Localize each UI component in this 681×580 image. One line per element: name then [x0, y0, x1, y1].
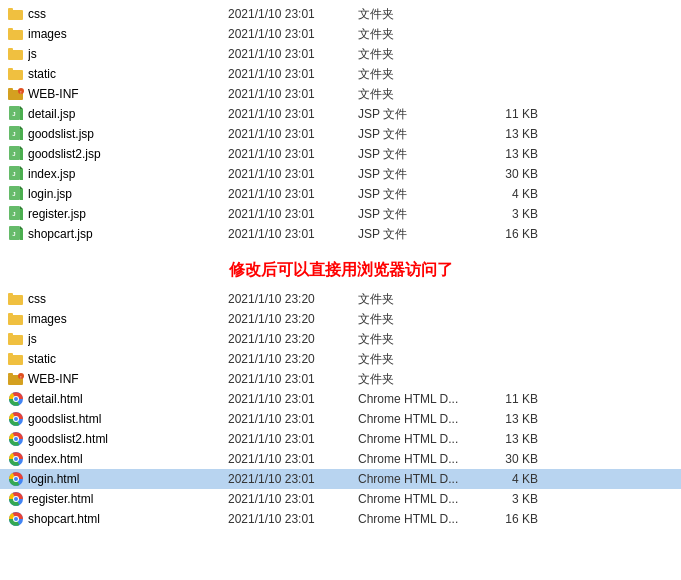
svg-rect-22 [20, 129, 23, 140]
file-name: goodslist2.html [28, 432, 228, 446]
file-row[interactable]: index.html2021/1/10 23:01Chrome HTML D..… [0, 449, 681, 469]
file-row[interactable]: goodslist2.html2021/1/10 23:01Chrome HTM… [0, 429, 681, 449]
file-date: 2021/1/10 23:01 [228, 452, 358, 466]
file-row[interactable]: js2021/1/10 23:20文件夹 [0, 329, 681, 349]
file-type: Chrome HTML D... [358, 392, 478, 406]
file-name: static [28, 67, 228, 81]
chrome-file-icon [8, 431, 24, 447]
svg-text:J: J [12, 171, 15, 177]
file-type: JSP 文件 [358, 186, 478, 203]
file-date: 2021/1/10 23:20 [228, 312, 358, 326]
webinf-folder-icon: ! [8, 86, 24, 102]
file-name: css [28, 7, 228, 21]
folder-icon [8, 6, 24, 22]
file-name: WEB-INF [28, 87, 228, 101]
file-row[interactable]: J detail.jsp2021/1/10 23:01JSP 文件11 KB [0, 104, 681, 124]
svg-rect-18 [20, 109, 23, 120]
file-date: 2021/1/10 23:01 [228, 27, 358, 41]
file-type: JSP 文件 [358, 146, 478, 163]
jsp-file-icon: J [8, 206, 24, 222]
file-row[interactable]: J shopcart.jsp2021/1/10 23:01JSP 文件16 KB [0, 224, 681, 244]
svg-rect-5 [8, 28, 13, 31]
file-row[interactable]: J index.jsp2021/1/10 23:01JSP 文件30 KB [0, 164, 681, 184]
file-date: 2021/1/10 23:01 [228, 107, 358, 121]
svg-rect-11 [8, 68, 13, 71]
jsp-file-icon: J [8, 126, 24, 142]
file-row[interactable]: J goodslist2.jsp2021/1/10 23:01JSP 文件13 … [0, 144, 681, 164]
file-row[interactable]: J goodslist.jsp2021/1/10 23:01JSP 文件13 K… [0, 124, 681, 144]
file-name: js [28, 332, 228, 346]
jsp-file-icon: J [8, 106, 24, 122]
file-row[interactable]: shopcart.html2021/1/10 23:01Chrome HTML … [0, 509, 681, 529]
folder-icon [8, 311, 24, 327]
file-date: 2021/1/10 23:01 [228, 187, 358, 201]
chrome-file-icon [8, 511, 24, 527]
folder-icon [8, 331, 24, 347]
file-size: 13 KB [478, 412, 538, 426]
file-type: 文件夹 [358, 331, 478, 348]
file-type: Chrome HTML D... [358, 432, 478, 446]
file-type: Chrome HTML D... [358, 512, 478, 526]
file-name: goodslist.jsp [28, 127, 228, 141]
file-size: 30 KB [478, 452, 538, 466]
svg-marker-33 [20, 186, 23, 189]
svg-text:!: ! [20, 90, 21, 95]
file-name: images [28, 27, 228, 41]
file-row[interactable]: J login.jsp2021/1/10 23:01JSP 文件4 KB [0, 184, 681, 204]
svg-text:!: ! [20, 375, 21, 380]
file-name: WEB-INF [28, 372, 228, 386]
file-row[interactable]: static2021/1/10 23:01文件夹 [0, 64, 681, 84]
file-name: js [28, 47, 228, 61]
svg-point-77 [14, 497, 18, 501]
file-row[interactable]: images2021/1/10 23:20文件夹 [0, 309, 681, 329]
file-type: 文件夹 [358, 46, 478, 63]
svg-rect-42 [20, 229, 23, 240]
file-row[interactable]: images2021/1/10 23:01文件夹 [0, 24, 681, 44]
chrome-file-icon [8, 491, 24, 507]
file-date: 2021/1/10 23:01 [228, 492, 358, 506]
file-name: index.jsp [28, 167, 228, 181]
file-name: shopcart.html [28, 512, 228, 526]
file-size: 3 KB [478, 492, 538, 506]
file-row[interactable]: css2021/1/10 23:01文件夹 [0, 4, 681, 24]
svg-marker-29 [20, 166, 23, 169]
file-row[interactable]: goodslist.html2021/1/10 23:01Chrome HTML… [0, 409, 681, 429]
svg-point-65 [14, 417, 18, 421]
file-row[interactable]: J register.jsp2021/1/10 23:01JSP 文件3 KB [0, 204, 681, 224]
file-size: 4 KB [478, 187, 538, 201]
file-row[interactable]: static2021/1/10 23:20文件夹 [0, 349, 681, 369]
svg-rect-57 [8, 373, 13, 376]
chrome-file-icon [8, 411, 24, 427]
file-type: JSP 文件 [358, 126, 478, 143]
svg-rect-49 [8, 313, 13, 316]
file-date: 2021/1/10 23:20 [228, 292, 358, 306]
file-date: 2021/1/10 23:01 [228, 167, 358, 181]
svg-point-62 [14, 397, 18, 401]
file-date: 2021/1/10 23:01 [228, 207, 358, 221]
file-name: register.jsp [28, 207, 228, 221]
file-row[interactable]: ! WEB-INF2021/1/10 23:01文件夹 [0, 84, 681, 104]
file-name: login.jsp [28, 187, 228, 201]
file-type: Chrome HTML D... [358, 492, 478, 506]
file-size: 13 KB [478, 147, 538, 161]
file-type: JSP 文件 [358, 106, 478, 123]
file-type: 文件夹 [358, 66, 478, 83]
file-size: 11 KB [478, 107, 538, 121]
section1-file-list: css2021/1/10 23:01文件夹 images2021/1/10 23… [0, 4, 681, 244]
file-row[interactable]: login.html2021/1/10 23:01Chrome HTML D..… [0, 469, 681, 489]
file-name: static [28, 352, 228, 366]
file-row[interactable]: ! WEB-INF2021/1/10 23:01文件夹 [0, 369, 681, 389]
folder-icon [8, 66, 24, 82]
file-name: index.html [28, 452, 228, 466]
file-row[interactable]: detail.html2021/1/10 23:01Chrome HTML D.… [0, 389, 681, 409]
file-type: 文件夹 [358, 6, 478, 23]
svg-rect-2 [8, 8, 13, 11]
file-row[interactable]: js2021/1/10 23:01文件夹 [0, 44, 681, 64]
file-row[interactable]: css2021/1/10 23:20文件夹 [0, 289, 681, 309]
file-size: 13 KB [478, 127, 538, 141]
chrome-file-icon [8, 391, 24, 407]
svg-rect-38 [20, 209, 23, 220]
svg-rect-52 [8, 333, 13, 336]
file-row[interactable]: register.html2021/1/10 23:01Chrome HTML … [0, 489, 681, 509]
file-type: JSP 文件 [358, 166, 478, 183]
